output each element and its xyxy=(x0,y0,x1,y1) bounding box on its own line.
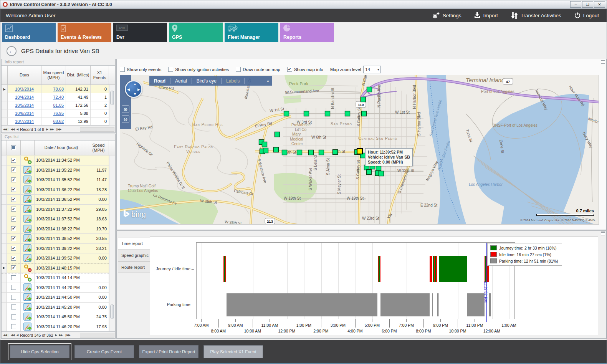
maximize-button[interactable]: ❐ xyxy=(582,1,593,8)
gps-marker[interactable] xyxy=(284,111,289,116)
gps-marker[interactable] xyxy=(282,150,287,155)
prev-page-button[interactable]: ◀◀ xyxy=(11,333,15,337)
gps-marker[interactable] xyxy=(309,150,314,155)
row-checkbox[interactable] xyxy=(11,314,16,319)
map-view-road[interactable]: Road xyxy=(149,78,170,84)
report-tab-route-report[interactable]: Route report xyxy=(118,261,150,273)
gps-row[interactable]: 10/3/2014 11:46:20 PM17.93 xyxy=(2,322,109,332)
gps-marker[interactable] xyxy=(345,111,350,116)
tab-gps[interactable]: GPS xyxy=(169,23,223,42)
gps-marker[interactable] xyxy=(362,111,367,116)
gps-row[interactable]: ✔10/3/2014 11:35:22 PM11.97 xyxy=(2,165,109,175)
prev-record-button[interactable]: ◀ xyxy=(16,333,18,337)
row-checkbox[interactable] xyxy=(11,304,16,309)
day-link[interactable]: 10/5/2014 xyxy=(15,103,34,108)
gps-row[interactable]: 10/3/2014 11:44:20 PM0.00 xyxy=(2,283,109,293)
scrollbar-thumb[interactable] xyxy=(110,91,114,105)
max-speed-link[interactable]: 78.68 xyxy=(53,87,64,91)
map-view-aerial[interactable]: Aerial xyxy=(170,78,192,84)
row-checkbox[interactable] xyxy=(11,275,16,280)
transfer-activities-button[interactable]: Transfer Activities xyxy=(511,12,561,19)
table-row[interactable]: ▶10/3/201478.68142.310 xyxy=(2,85,109,93)
next-record-button[interactable]: ▶ xyxy=(55,333,57,337)
column-header[interactable]: Max speed (MPH) xyxy=(41,66,66,85)
gps-marker[interactable] xyxy=(319,150,324,155)
max-speed-link[interactable]: 81.05 xyxy=(53,103,64,108)
row-checkbox[interactable]: ✔ xyxy=(11,246,16,251)
last-record-button[interactable]: ❘▶▶ xyxy=(65,333,70,337)
column-header[interactable]: Dist. (Miles) xyxy=(66,66,91,85)
gps-marker[interactable] xyxy=(376,166,381,171)
zoom-in-button[interactable]: ⊕ xyxy=(122,105,129,113)
scrollbar-thumb[interactable] xyxy=(110,304,114,319)
column-header[interactable]: Date / hour (local) xyxy=(35,141,88,155)
day-link[interactable]: 10/7/2014 xyxy=(15,119,34,124)
gps-row[interactable]: ✔10/3/2014 11:36:52 PM0.00 xyxy=(2,195,109,205)
gps-marker[interactable] xyxy=(275,132,280,137)
row-checkbox[interactable]: ✔ xyxy=(11,197,16,202)
last-record-button[interactable]: ❘▶▶ xyxy=(56,127,61,131)
first-record-button[interactable]: ◀◀❘ xyxy=(3,127,9,131)
minimize-button[interactable]: – xyxy=(570,1,581,8)
map-compass-control[interactable]: ▲▼ ◀▶ xyxy=(125,80,142,98)
select-all-header[interactable] xyxy=(7,141,21,155)
report-tab-speed-graphic[interactable]: Speed graphic xyxy=(118,250,150,261)
gps-row[interactable]: ▶✔10/3/2014 11:40:15 PM xyxy=(2,263,109,273)
tab-reports[interactable]: Reports xyxy=(280,23,334,42)
column-header[interactable]: Days xyxy=(8,66,41,85)
max-speed-link[interactable]: 68.62 xyxy=(53,119,64,124)
gps-row[interactable]: 10/3/2014 11:44:14 PM xyxy=(2,273,109,283)
row-checkbox[interactable]: ✔ xyxy=(11,265,16,270)
day-link[interactable]: 10/4/2014 xyxy=(15,95,34,99)
tab-fleet-manager[interactable]: Fleet Manager xyxy=(225,23,278,42)
horizontal-scrollbar[interactable] xyxy=(80,333,114,338)
table-row[interactable]: 10/5/201481.05172.562 xyxy=(2,101,109,109)
vertical-scrollbar[interactable] xyxy=(109,156,115,331)
vertical-scrollbar[interactable] xyxy=(109,85,115,126)
gps-row[interactable]: 10/3/2014 11:44:50 PM0.00 xyxy=(2,293,109,303)
next-record-button[interactable]: ▶ xyxy=(46,127,48,131)
play-selected-x1-event-button[interactable]: Play Selected X1 Event xyxy=(203,345,263,358)
day-link[interactable]: 10/6/2014 xyxy=(15,111,34,116)
row-checkbox[interactable]: ✔ xyxy=(11,226,16,231)
map-view-bird-s-eye[interactable]: Bird's eye xyxy=(192,78,222,84)
first-record-button[interactable]: ◀◀❘ xyxy=(3,333,9,337)
max-speed-link[interactable]: 76.95 xyxy=(53,111,64,116)
logout-button[interactable]: Logout xyxy=(574,12,599,18)
tab-events-reviews[interactable]: Events & Reviews xyxy=(58,23,111,42)
gps-row[interactable]: 10/3/2014 11:45:50 PM24.75 xyxy=(2,312,109,322)
row-checkbox[interactable]: ✔ xyxy=(11,236,16,241)
maximize-panel-icon[interactable] xyxy=(601,60,605,64)
report-tab-time-report[interactable]: Time report xyxy=(118,238,151,249)
column-header[interactable]: Speed (MPH) xyxy=(88,141,109,155)
gps-marker[interactable] xyxy=(367,170,372,175)
back-button[interactable]: ← xyxy=(7,46,17,56)
next-page-button[interactable]: ▶▶ xyxy=(50,127,54,131)
gps-row[interactable]: ✔10/3/2014 11:38:22 PM19.70 xyxy=(2,224,109,234)
gps-marker[interactable] xyxy=(325,111,330,116)
hide-gps-selection-button[interactable]: Hide Gps Selection xyxy=(10,345,69,358)
row-checkbox[interactable]: ✔ xyxy=(11,158,16,163)
settings-button[interactable]: Settings xyxy=(432,12,461,19)
gps-marker[interactable] xyxy=(297,150,302,155)
gps-marker[interactable] xyxy=(262,142,267,147)
row-checkbox[interactable]: ✔ xyxy=(11,207,16,212)
gps-marker[interactable] xyxy=(274,147,279,152)
table-row[interactable]: 10/7/201468.6212.990 xyxy=(2,117,109,126)
gps-marker[interactable] xyxy=(361,97,366,102)
gps-row[interactable]: ✔10/3/2014 11:36:22 PM13.28 xyxy=(2,185,109,195)
close-button[interactable]: ✕ xyxy=(594,1,605,8)
prev-record-button[interactable]: ◀ xyxy=(16,127,18,131)
next-page-button[interactable]: ▶▶ xyxy=(59,333,63,337)
option-checkbox[interactable]: ✔ xyxy=(287,67,292,72)
map-view-labels[interactable]: Labels xyxy=(222,78,245,84)
max-speed-link[interactable]: 72.40 xyxy=(53,95,64,99)
row-checkbox[interactable] xyxy=(11,324,16,329)
day-link[interactable]: 10/3/2014 xyxy=(15,87,34,91)
gps-row[interactable]: ✔10/3/2014 11:35:52 PM11.47 xyxy=(2,175,109,185)
selected-gps-marker[interactable] xyxy=(357,149,362,154)
horizontal-scrollbar[interactable] xyxy=(80,127,114,132)
row-checkbox[interactable]: ✔ xyxy=(11,177,16,182)
column-header[interactable]: X1 Events xyxy=(91,66,109,85)
row-checkbox[interactable] xyxy=(11,295,16,300)
